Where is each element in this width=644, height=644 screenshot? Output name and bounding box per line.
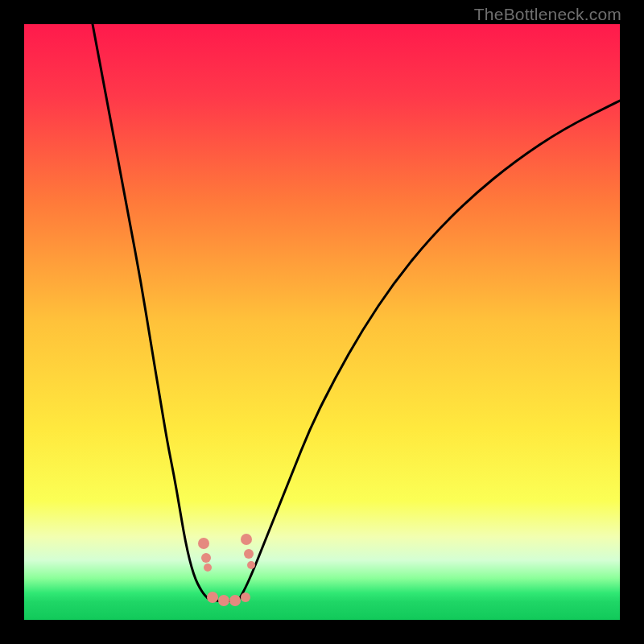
- gradient-background: [24, 24, 620, 620]
- marker-9: [241, 592, 250, 602]
- marker-7: [218, 595, 229, 606]
- marker-3: [241, 534, 252, 545]
- marker-2: [204, 564, 212, 572]
- plot-area: [24, 24, 620, 620]
- marker-5: [247, 561, 255, 569]
- chart-frame: TheBottleneck.com: [0, 0, 644, 644]
- marker-4: [244, 549, 254, 559]
- watermark-text: TheBottleneck.com: [474, 5, 621, 24]
- marker-6: [207, 592, 218, 603]
- marker-1: [201, 553, 211, 563]
- chart-svg: [24, 24, 620, 620]
- marker-8: [229, 595, 241, 606]
- marker-0: [198, 538, 209, 549]
